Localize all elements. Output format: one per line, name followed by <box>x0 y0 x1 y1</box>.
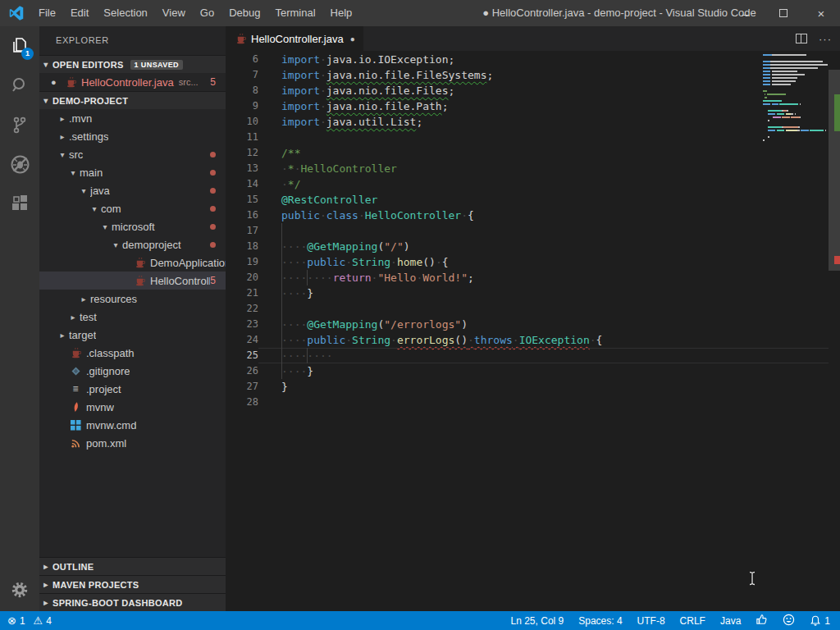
menu-file[interactable]: File <box>31 0 63 26</box>
problems-status[interactable]: ⊗ 1 ⚠ 4 <box>7 611 52 630</box>
activity-explorer[interactable]: 1 <box>0 26 39 66</box>
code-line-23[interactable]: 23····@GetMapping("/errorlogs") <box>226 317 829 332</box>
code-line-25[interactable]: 25········ <box>226 348 829 363</box>
section-outline[interactable]: ▸OUTLINE <box>39 557 226 575</box>
code-line-6[interactable]: 6import·java.io.IOException; <box>226 52 829 67</box>
tree-item-label: com <box>101 203 121 215</box>
code-line-27[interactable]: 27} <box>226 379 829 395</box>
tree-item-resources[interactable]: ▸resources <box>39 290 226 308</box>
language-mode[interactable]: Java <box>720 615 741 627</box>
code-line-8[interactable]: 8import·java.nio.file.Files; <box>226 83 829 98</box>
section-spring-boot-dashboard[interactable]: ▸SPRING-BOOT DASHBOARD <box>39 593 226 611</box>
minimap[interactable] <box>763 54 827 146</box>
tree-item-main[interactable]: ▾main <box>39 163 226 181</box>
notifications[interactable]: 1 <box>810 614 830 627</box>
tree-item-java[interactable]: ▾java <box>39 181 226 199</box>
code-line-20[interactable]: 20········return·"Hello·World!"; <box>226 270 829 285</box>
activity-search[interactable] <box>0 66 39 105</box>
chevron-right-icon: ▸ <box>39 562 52 571</box>
menu-edit[interactable]: Edit <box>63 0 96 26</box>
tree-item-test[interactable]: ▸test <box>39 308 226 326</box>
tree-item-label: main <box>80 167 103 179</box>
tab-hellocontroller[interactable]: HelloController.java ● <box>226 26 363 51</box>
maximize-button[interactable] <box>765 0 802 26</box>
menu-view[interactable]: View <box>155 0 193 26</box>
tree-item-mvnw-cmd[interactable]: mvnw.cmd <box>39 416 226 434</box>
debug-icon <box>9 153 31 176</box>
activity-debug[interactable] <box>0 144 39 184</box>
cursor-position[interactable]: Ln 25, Col 9 <box>511 615 564 627</box>
code-line-17[interactable]: 17 <box>226 223 829 239</box>
code-line-16[interactable]: 16public·class·HelloController·{ <box>226 208 829 223</box>
activity-extensions[interactable] <box>0 184 39 223</box>
menu-go[interactable]: Go <box>193 0 221 26</box>
code-line-22[interactable]: 22 <box>226 301 829 317</box>
tree-item-classpath[interactable]: .classpath <box>39 344 226 362</box>
menu-help[interactable]: Help <box>323 0 360 26</box>
section-label: SPRING-BOOT DASHBOARD <box>52 598 182 608</box>
menu-debug[interactable]: Debug <box>221 0 267 26</box>
explorer-badge: 1 <box>21 48 34 60</box>
code-line-14[interactable]: 14·*/ <box>226 176 829 192</box>
menu-selection[interactable]: Selection <box>96 0 154 26</box>
code-line-18[interactable]: 18····@GetMapping("/") <box>226 239 829 254</box>
tree-item-src[interactable]: ▾src <box>39 145 226 163</box>
line-number: 15 <box>226 192 258 208</box>
modified-dot-icon <box>210 242 216 248</box>
line-content <box>281 223 829 239</box>
line-content: ·*·HelloController <box>281 161 829 176</box>
code-line-11[interactable]: 11 <box>226 130 829 145</box>
open-editor-path: src... <box>179 77 199 87</box>
minimize-button[interactable]: – <box>727 0 765 26</box>
code-line-10[interactable]: 10import·java.util.List; <box>226 114 829 130</box>
code-line-15[interactable]: 15@RestController <box>226 192 829 208</box>
line-number: 20 <box>226 270 258 285</box>
tree-item-gitignore[interactable]: .gitignore <box>39 362 226 380</box>
tree-item-hellocontrolle[interactable]: HelloControlle...5 <box>39 272 226 290</box>
open-editors-header[interactable]: ▾ OPEN EDITORS 1 UNSAVED <box>39 55 226 73</box>
encoding[interactable]: UTF-8 <box>637 615 665 627</box>
editor-scrollbar[interactable] <box>829 51 840 611</box>
indent-guide <box>281 223 282 239</box>
more-actions-icon[interactable]: ··· <box>819 33 832 45</box>
indentation[interactable]: Spaces: 4 <box>578 615 622 627</box>
tree-item-mvn[interactable]: ▸.mvn <box>39 109 226 127</box>
tree-item-demoproject[interactable]: ▾demoproject <box>39 235 226 253</box>
code-line-12[interactable]: 12/** <box>226 145 829 161</box>
tree-item-mvnw[interactable]: mvnw <box>39 398 226 416</box>
open-editor-item[interactable]: ● HelloController.java src... 5 <box>39 73 226 91</box>
code-line-19[interactable]: 19····public·String·home()·{ <box>226 254 829 270</box>
code-lines[interactable]: 6import·java.io.IOException;7import·java… <box>226 52 829 410</box>
code-editor[interactable]: 6import·java.io.IOException;7import·java… <box>226 51 840 611</box>
code-line-21[interactable]: 21····} <box>226 285 829 301</box>
feedback-smiley[interactable] <box>783 614 795 628</box>
code-line-9[interactable]: 9import·java.nio.file.Path; <box>226 98 829 114</box>
tree-item-pom-xml[interactable]: pom.xml <box>39 434 226 452</box>
line-content: ········ <box>281 348 829 363</box>
code-line-28[interactable]: 28 <box>226 395 829 410</box>
tree-item-com[interactable]: ▾com <box>39 199 226 217</box>
line-content: ····@GetMapping("/") <box>281 239 829 254</box>
line-content <box>281 301 829 317</box>
tree-item-target[interactable]: ▸target <box>39 326 226 344</box>
tree-item-microsoft[interactable]: ▾microsoft <box>39 217 226 235</box>
java-file-icon <box>64 75 77 89</box>
feedback-thumbs-up[interactable] <box>756 614 768 628</box>
eol-sequence[interactable]: CRLF <box>680 615 705 627</box>
project-header[interactable]: ▾ DEMO-PROJECT <box>39 91 226 109</box>
code-line-24[interactable]: 24····public·String·errorLogs()·throws·I… <box>226 332 829 348</box>
menu-terminal[interactable]: Terminal <box>267 0 322 26</box>
modified-dot-icon <box>210 188 216 194</box>
code-line-26[interactable]: 26····} <box>226 363 829 379</box>
close-button[interactable]: × <box>802 0 840 26</box>
activity-settings[interactable] <box>0 580 39 600</box>
tree-item-settings[interactable]: ▸.settings <box>39 127 226 145</box>
split-editor-icon[interactable] <box>796 34 807 43</box>
code-line-7[interactable]: 7import·java.nio.file.FileSystems; <box>226 67 829 83</box>
tree-item-demoapplication-j[interactable]: DemoApplication.j... <box>39 253 226 272</box>
code-line-13[interactable]: 13·*·HelloController <box>226 161 829 176</box>
activity-source-control[interactable] <box>0 105 39 144</box>
line-content: ····} <box>281 363 829 379</box>
tree-item-project[interactable]: ≡.project <box>39 380 226 398</box>
section-maven-projects[interactable]: ▸MAVEN PROJECTS <box>39 575 226 593</box>
